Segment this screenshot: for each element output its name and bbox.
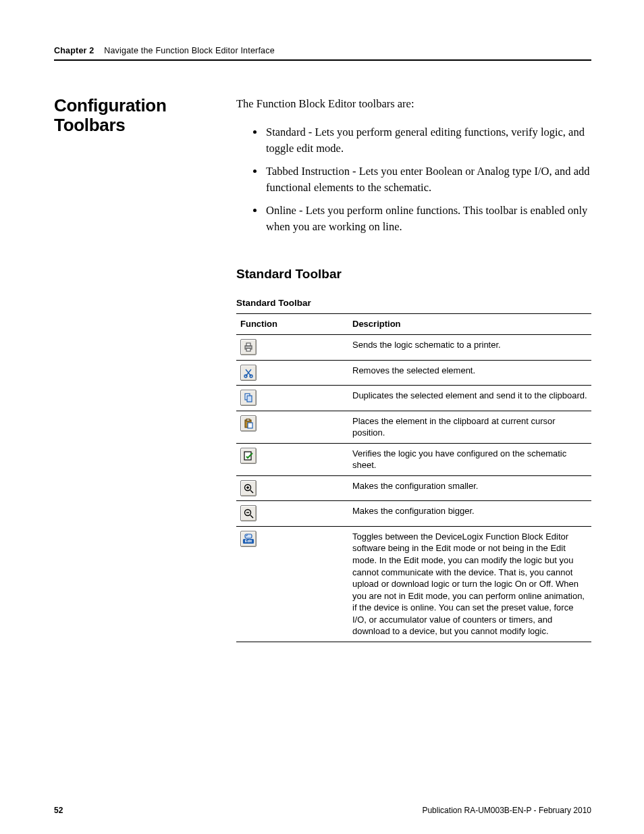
svg-rect-6 [247, 396, 252, 402]
svg-rect-8 [246, 419, 250, 421]
publication-line: Publication RA-UM003B-EN-P - February 20… [422, 806, 591, 815]
table-row: Places the element in the clipboard at c… [236, 411, 591, 443]
running-head: Chapter 2 Navigate the Function Block Ed… [54, 46, 591, 59]
table-row: Makes the configuration smaller. [236, 475, 591, 501]
svg-rect-9 [248, 423, 252, 428]
svg-rect-1 [246, 343, 250, 346]
section-heading: Configuration Toolbars [54, 96, 236, 134]
th-function: Function [236, 314, 348, 335]
table-caption: Standard Toolbar [236, 298, 591, 308]
bullet-item: Standard - Lets you perform general edit… [265, 124, 591, 157]
table-row: Edit Toggles between the DeviceLogix Fun… [236, 526, 591, 642]
cell-desc: Sends the logic schematic to a printer. [348, 335, 591, 361]
subsection-heading: Standard Toolbar [236, 267, 591, 282]
table-row: Sends the logic schematic to a printer. [236, 335, 591, 361]
header-rule [54, 59, 591, 61]
verify-icon [240, 448, 257, 464]
table-row: Makes the configuration bigger. [236, 501, 591, 527]
chapter-title: Navigate the Function Block Editor Inter… [104, 46, 275, 55]
cell-desc: Removes the selected element. [348, 360, 591, 386]
cell-desc: Verifies the logic you have configured o… [348, 443, 591, 475]
table-row: Removes the selected element. [236, 360, 591, 386]
cell-desc: Duplicates the selected element and send… [348, 386, 591, 411]
bullet-item: Online - Lets you perform online functio… [265, 203, 591, 235]
bullet-item: Tabbed Instruction - Lets you enter Bool… [265, 163, 591, 196]
page-number: 52 [54, 806, 63, 815]
svg-rect-2 [246, 348, 250, 351]
table-row: Verifies the logic you have configured o… [236, 443, 591, 475]
zoom-in-icon [240, 480, 257, 496]
th-description: Description [348, 314, 591, 335]
intro-text: The Function Block Editor toolbars are: [236, 96, 591, 112]
svg-text:Edit: Edit [245, 539, 252, 543]
print-icon [240, 339, 257, 355]
chapter-label: Chapter 2 [54, 46, 94, 55]
paste-icon [240, 415, 257, 432]
cell-desc: Makes the configuration bigger. [348, 501, 591, 527]
copy-icon [240, 390, 257, 406]
cut-icon [240, 365, 257, 381]
toolbar-bullets: Standard - Lets you perform general edit… [236, 124, 591, 235]
standard-toolbar-table: Function Description Sends the logic sch… [236, 313, 591, 642]
table-row: Duplicates the selected element and send… [236, 386, 591, 411]
cell-desc: Makes the configuration smaller. [348, 475, 591, 501]
zoom-out-icon [240, 505, 257, 521]
cell-desc: Toggles between the DeviceLogix Function… [348, 526, 591, 642]
edit-toggle-icon: Edit [240, 531, 257, 547]
cell-desc: Places the element in the clipboard at c… [348, 411, 591, 443]
